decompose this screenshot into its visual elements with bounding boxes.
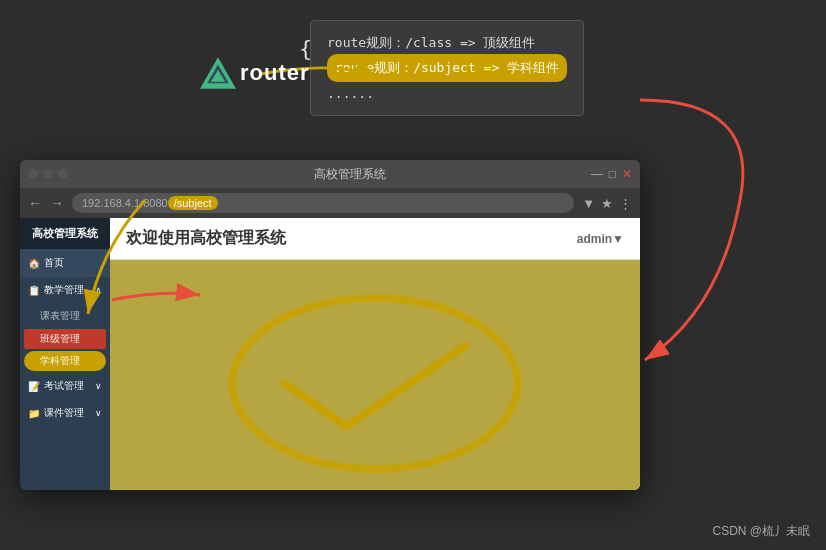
chevron-down-icon: ∧ [95,285,102,295]
sidebar-exam-label: 考试管理 [44,379,84,393]
browser-titlebar: 高校管理系统 — □ ✕ [20,160,640,188]
sidebar-item-schedule[interactable]: 课表管理 [20,304,110,328]
exam-chevron-icon: ∨ [95,381,102,391]
sidebar-home-label: 首页 [44,256,64,270]
sidebar-item-subject[interactable]: 学科管理 [24,351,106,371]
dot-3 [58,169,68,179]
drawing-svg [110,260,640,490]
sidebar-subject-label: 学科管理 [40,355,80,366]
code-line-1: route规则：/class => 顶级组件 [327,31,567,54]
back-button[interactable]: ← [28,195,42,211]
sidebar-item-courseware[interactable]: 📁 课件管理 ∨ [20,400,110,427]
main-body [110,260,640,490]
window-controls: — □ ✕ [591,167,632,181]
more-icon: ⋮ [619,196,632,211]
vue-router-label: router [200,55,310,91]
dot-2 [43,169,53,179]
forward-button[interactable]: → [50,195,64,211]
code-line-2: route规则：/subject => 学科组件 [327,54,567,81]
sidebar-header: 高校管理系统 [20,218,110,250]
browser-window: 高校管理系统 — □ ✕ ← → 192.168.4.1:8080/subjec… [20,160,640,490]
sidebar-class-label: 班级管理 [40,333,80,344]
close-icon[interactable]: ✕ [622,167,632,181]
toolbar-icons: ▼ ★ ⋮ [582,196,632,211]
bookmark-icon: ★ [601,196,613,211]
browser-body: 高校管理系统 🏠 首页 📋 教学管理 ∧ 课表管理 班级管理 学科管理 📝 考试 [20,218,640,490]
main-content: 欢迎使用高校管理系统 admin▼ [110,218,640,490]
courseware-chevron-icon: ∨ [95,408,102,418]
code-highlight-2: route规则：/subject => 学科组件 [327,54,567,81]
address-path-highlight: /subject [168,196,218,210]
vue-logo-icon [200,55,236,91]
code-line-3: ...... [327,82,567,105]
sidebar-item-class[interactable]: 班级管理 [24,329,106,349]
teaching-icon: 📋 [28,285,40,296]
main-header: 欢迎使用高校管理系统 admin▼ [110,218,640,260]
code-block: { route规则：/class => 顶级组件 route规则：/subjec… [310,20,584,116]
sidebar-item-exam[interactable]: 📝 考试管理 ∨ [20,373,110,400]
maximize-icon[interactable]: □ [609,167,616,181]
filter-icon: ▼ [582,196,595,211]
svg-point-3 [232,298,517,469]
sidebar-item-teaching[interactable]: 📋 教学管理 ∧ [20,277,110,304]
sidebar-teaching-label: 教学管理 [44,283,84,297]
dot-1 [28,169,38,179]
sidebar: 高校管理系统 🏠 首页 📋 教学管理 ∧ 课表管理 班级管理 学科管理 📝 考试 [20,218,110,490]
minimize-icon[interactable]: — [591,167,603,181]
sidebar-courseware-label: 课件管理 [44,406,84,420]
welcome-text: 欢迎使用高校管理系统 [126,228,286,249]
courseware-icon: 📁 [28,408,40,419]
exam-icon: 📝 [28,381,40,392]
home-icon: 🏠 [28,258,40,269]
address-text: 192.168.4.1:8080 [82,197,168,209]
sidebar-item-home[interactable]: 🏠 首页 [20,250,110,277]
browser-dots [28,169,68,179]
admin-label[interactable]: admin▼ [577,232,624,246]
browser-addressbar: ← → 192.168.4.1:8080/subject ▼ ★ ⋮ [20,188,640,218]
sidebar-schedule-label: 课表管理 [40,310,80,321]
router-text: router [240,60,310,86]
watermark: CSDN @梳丿未眠 [712,523,810,540]
address-input[interactable]: 192.168.4.1:8080/subject [72,193,574,213]
browser-title: 高校管理系统 [68,166,632,183]
